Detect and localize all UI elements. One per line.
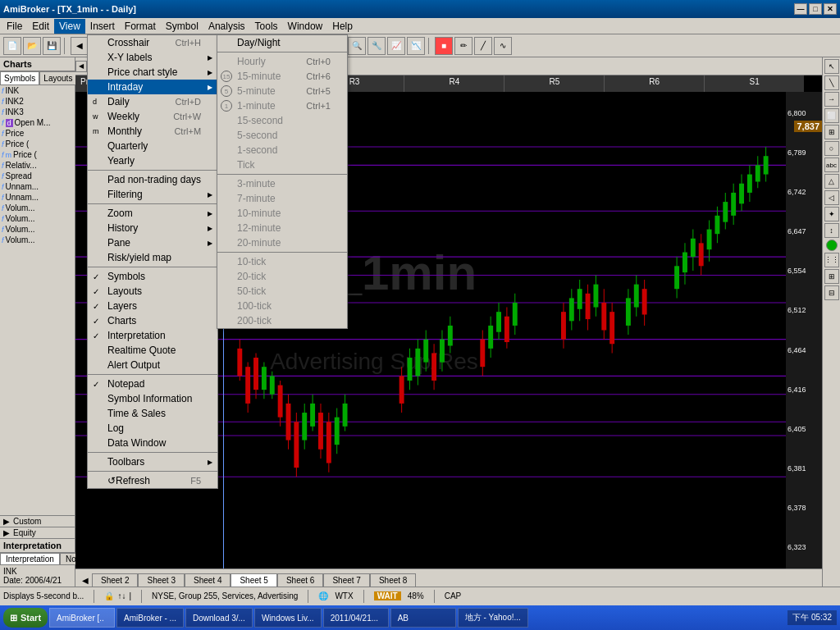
sheet-tab-5[interactable]: Sheet 6	[277, 573, 323, 587]
line-btn[interactable]: ╱	[474, 37, 492, 55]
rtool-4[interactable]: ⬜	[824, 108, 839, 123]
rtool-1[interactable]: ↖	[824, 59, 839, 74]
rtool-2[interactable]: ╲	[824, 75, 839, 90]
menu-intraday[interactable]: Intraday	[88, 80, 217, 94]
taskbar-item-2[interactable]: AmiBroker - ...	[116, 608, 184, 628]
list-item[interactable]: f Unnam...	[0, 181, 75, 192]
menu-view[interactable]: View	[54, 19, 85, 34]
submenu-20tick[interactable]: 20-tick	[217, 269, 347, 284]
sheet-tab-1[interactable]: Sheet 2	[92, 573, 138, 587]
menu-price-chart-style[interactable]: Price chart style	[88, 65, 217, 80]
submenu-12min[interactable]: 12-minute	[217, 221, 347, 235]
rtool-12[interactable]	[826, 240, 838, 251]
list-item[interactable]: f INK2	[0, 96, 75, 107]
taskbar-item-7[interactable]: 地方 - Yahoo!...	[458, 608, 528, 628]
new-button[interactable]: 📄	[3, 37, 21, 55]
custom-section[interactable]: ▶ Custom	[0, 515, 75, 527]
menu-symbol[interactable]: Symbol	[161, 19, 203, 34]
menu-data-window[interactable]: Data Window	[88, 436, 217, 450]
curve-btn[interactable]: ∿	[494, 37, 512, 55]
rtool-3[interactable]: →	[824, 92, 839, 107]
rtool-9[interactable]: ◁	[824, 190, 839, 205]
equity-section[interactable]: ▶ Equity	[0, 527, 75, 538]
tool-btn-6[interactable]: 📈	[387, 37, 405, 55]
list-item[interactable]: f Volum...	[0, 213, 75, 224]
submenu-15sec[interactable]: 15-second	[217, 113, 347, 128]
menu-daily[interactable]: d Daily Ctrl+D	[88, 94, 217, 109]
taskbar-item-4[interactable]: Windows Liv...	[254, 608, 322, 628]
menu-realtime-quote[interactable]: Realtime Quote	[88, 343, 217, 358]
list-item[interactable]: f INK3	[0, 107, 75, 117]
menu-file[interactable]: File	[2, 19, 27, 34]
menu-charts[interactable]: ✓ Charts	[88, 313, 217, 328]
submenu-1min[interactable]: 1 1-minute Ctrl+1	[217, 98, 347, 113]
list-item[interactable]: f Price (	[0, 139, 75, 149]
rtool-11[interactable]: ↕	[824, 223, 839, 238]
list-item[interactable]: f Unnam...	[0, 192, 75, 203]
submenu-100tick[interactable]: 100-tick	[217, 299, 347, 313]
rtool-14[interactable]: ⊞	[824, 269, 839, 284]
menu-edit[interactable]: Edit	[27, 19, 54, 34]
submenu-hourly[interactable]: Hourly Ctrl+0	[217, 54, 347, 69]
menu-insert[interactable]: Insert	[85, 19, 120, 34]
submenu-5sec[interactable]: 5-second	[217, 128, 347, 143]
tab-layouts[interactable]: Layouts	[39, 71, 76, 85]
start-button[interactable]: ⊞ Start	[3, 608, 48, 628]
menu-yearly[interactable]: Yearly	[88, 153, 217, 168]
menu-monthly[interactable]: m Monthly Ctrl+M	[88, 124, 217, 139]
rtool-10[interactable]: ✦	[824, 207, 839, 221]
list-item[interactable]: f Volum...	[0, 235, 75, 245]
menu-history[interactable]: History	[88, 221, 217, 235]
sheet-tab-2[interactable]: Sheet 3	[138, 573, 184, 587]
menu-alert-output[interactable]: Alert Output	[88, 358, 217, 372]
submenu-10min[interactable]: 10-minute	[217, 206, 347, 221]
sheet-tab-7[interactable]: Sheet 8	[370, 573, 416, 587]
menu-symbols-view[interactable]: ✓ Symbols	[88, 269, 217, 284]
draw-btn[interactable]: ✏	[454, 37, 472, 55]
rtool-8[interactable]: △	[824, 174, 839, 189]
menu-pane[interactable]: Pane	[88, 235, 217, 250]
list-item[interactable]: f Volum...	[0, 203, 75, 213]
rtool-6[interactable]: ○	[824, 141, 839, 156]
list-item[interactable]: f d Open M...	[0, 117, 75, 128]
submenu-1sec[interactable]: 1-second	[217, 143, 347, 158]
list-item[interactable]: f Relativ...	[0, 160, 75, 171]
menu-window[interactable]: Window	[283, 19, 328, 34]
menu-refresh[interactable]: ↺ Refresh F5	[88, 473, 217, 488]
submenu-50tick[interactable]: 50-tick	[217, 284, 347, 299]
menu-zoom[interactable]: Zoom	[88, 206, 217, 221]
menu-pad-nontrading[interactable]: Pad non-trading days	[88, 172, 217, 187]
sheet-tab-4[interactable]: Sheet 5	[231, 573, 276, 587]
menu-layers[interactable]: ✓ Layers	[88, 299, 217, 313]
submenu-7min[interactable]: 7-minute	[217, 191, 347, 206]
submenu-10tick[interactable]: 10-tick	[217, 254, 347, 269]
color-btn[interactable]: ■	[435, 37, 453, 55]
list-item[interactable]: f Volum...	[0, 224, 75, 235]
menu-xy-labels[interactable]: X-Y labels	[88, 50, 217, 65]
menu-layouts-view[interactable]: ✓ Layouts	[88, 284, 217, 299]
tab-interpretation[interactable]: Interpretation	[0, 553, 60, 565]
submenu-200tick[interactable]: 200-tick	[217, 313, 347, 328]
taskbar-item-1[interactable]: AmiBroker [..	[49, 608, 115, 628]
menu-time-sales[interactable]: Time & Sales	[88, 406, 217, 421]
restore-button[interactable]: □	[809, 3, 822, 15]
save-button[interactable]: 💾	[43, 37, 61, 55]
list-item[interactable]: f Spread	[0, 171, 75, 181]
menu-tools[interactable]: Tools	[250, 19, 283, 34]
tab-symbols[interactable]: Symbols	[0, 71, 39, 85]
submenu-tick[interactable]: Tick	[217, 158, 347, 172]
list-item[interactable]: f m Price (	[0, 149, 75, 160]
tool-btn-5[interactable]: 🔧	[368, 37, 386, 55]
taskbar-item-6[interactable]: AB	[390, 608, 456, 628]
rtool-7[interactable]: abc	[824, 158, 839, 172]
menu-format[interactable]: Format	[120, 19, 161, 34]
minimize-button[interactable]: —	[794, 3, 807, 15]
menu-analysis[interactable]: Analysis	[203, 19, 250, 34]
menu-quarterly[interactable]: Quarterly	[88, 139, 217, 153]
menu-crosshair[interactable]: Crosshair Ctrl+H	[88, 35, 217, 50]
taskbar-item-3[interactable]: Download 3/...	[185, 608, 253, 628]
menu-symbol-info[interactable]: Symbol Information	[88, 391, 217, 406]
taskbar-item-5[interactable]: 2011/04/21...	[323, 608, 389, 628]
menu-toolbars[interactable]: Toolbars	[88, 454, 217, 469]
list-item[interactable]: f INK	[0, 85, 75, 96]
